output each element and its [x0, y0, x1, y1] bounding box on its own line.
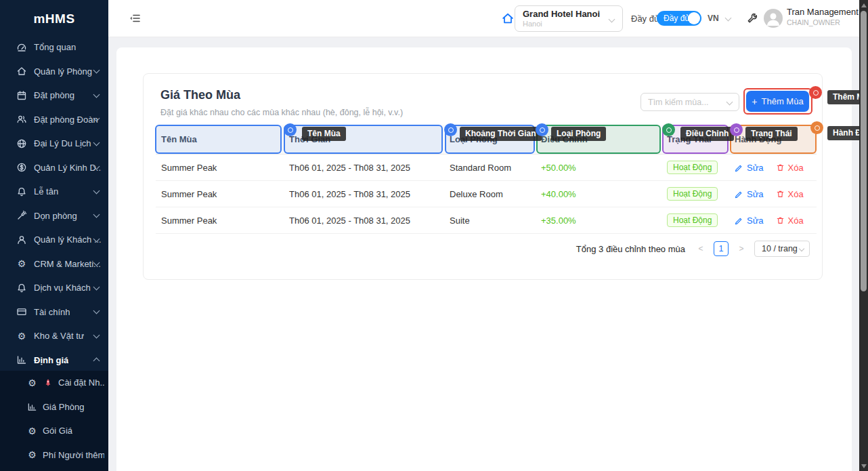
scrollbar-thumb[interactable]: [861, 11, 867, 291]
prev-page-button[interactable]: <: [695, 241, 707, 256]
table-footer: Tổng 3 điều chỉnh theo mùa < 1 > 10 / tr…: [156, 239, 810, 259]
annotation-marker-icon: [809, 86, 822, 99]
mode-label: Đầy đủ: [631, 14, 659, 24]
sidebar-collapse-icon[interactable]: [129, 12, 142, 24]
hotel-selector[interactable]: Grand Hotel Hanoi Hanoi: [515, 5, 623, 32]
sidebar-item-dinh-gia[interactable]: Định giá: [0, 348, 108, 373]
chevron-down-icon: [726, 99, 733, 106]
table-row: Summer Peak Th06 01, 2025 - Th08 31, 202…: [156, 155, 817, 181]
edit-button[interactable]: Sửa: [735, 216, 764, 226]
sidebar-item-don-phong[interactable]: Dọn phòng: [0, 204, 108, 228]
gear-icon: ⚙: [16, 331, 27, 342]
sidebar-item-dat-phong[interactable]: Đặt phòng: [0, 83, 108, 108]
sidebar-item-le-tan[interactable]: Lễ tân: [0, 180, 108, 204]
avatar[interactable]: [764, 9, 783, 28]
sidebar-subitem-gia-phong[interactable]: Giá Phòng: [0, 395, 108, 419]
sidebar-item-quan-ly-phong[interactable]: Quản lý Phòng: [0, 60, 108, 84]
mode-toggle[interactable]: Đầy đủ: [657, 11, 701, 26]
edit-button[interactable]: Sửa: [735, 189, 764, 199]
add-season-button[interactable]: + Thêm Mùa: [746, 91, 809, 112]
topbar: Grand Hotel Hanoi Hanoi Đầy đủ Đầy đủ VN…: [108, 0, 868, 37]
sidebar-item-dat-phong-doan[interactable]: Đặt phòng Đoàn: [0, 108, 108, 132]
card-icon: [16, 306, 27, 317]
chevron-down-icon: [93, 139, 100, 146]
home-icon[interactable]: [501, 12, 515, 25]
user-menu[interactable]: Tran Management CHAIN_OWNER: [787, 7, 859, 26]
column-header-dieu-chinh[interactable]: Điều Chỉnh: [536, 125, 661, 154]
sidebar-item-label: Quản Lý Kinh D...: [34, 163, 102, 173]
sidebar-item-label: Định giá: [34, 355, 68, 365]
chevron-down-icon: [725, 15, 732, 22]
sidebar-item-tong-quan[interactable]: Tổng quan: [0, 35, 108, 60]
search-input[interactable]: [648, 94, 722, 110]
gear-icon: ⚙: [27, 377, 37, 388]
sidebar-subitem-goi-gia[interactable]: ⚙ Gói Giá: [0, 419, 108, 443]
hotel-city: Hanoi: [523, 20, 605, 28]
cell-season: Summer Peak: [156, 155, 284, 180]
page-size-value: 10 / trang: [762, 244, 798, 253]
column-header-loai-phong[interactable]: Loại Phòng: [444, 125, 536, 154]
status-badge: Hoạt Động: [667, 187, 718, 201]
chevron-up-icon: [93, 358, 100, 365]
delete-button[interactable]: Xóa: [776, 163, 804, 173]
gear-icon: ⚙: [16, 258, 27, 269]
scroll-down-arrow-icon[interactable]: [861, 464, 867, 468]
cell-room-type: Suite: [444, 207, 536, 233]
scrollbar[interactable]: [859, 0, 868, 471]
column-header-hanh-dong[interactable]: Hành Động: [729, 125, 817, 154]
chevron-down-icon: [799, 246, 804, 251]
sidebar-item-dich-vu-khach[interactable]: Dịch vụ Khách: [0, 276, 108, 300]
column-header-trang-thai[interactable]: Trạng Thái: [661, 125, 729, 154]
cell-room-type: Deluxe Room: [444, 181, 536, 207]
column-header-thoi-gian[interactable]: Thời Gian: [284, 125, 444, 154]
chevron-down-icon: [93, 91, 100, 98]
page-size-select[interactable]: 10 / trang: [754, 241, 810, 257]
sidebar-item-kho-vat-tu[interactable]: ⚙ Kho & Vật tư: [0, 324, 108, 348]
chevron-down-icon: [93, 331, 100, 338]
sidebar-item-label: Quản lý Khách ...: [34, 234, 102, 245]
dashboard-icon: [16, 42, 27, 53]
chevron-down-icon: [93, 283, 100, 290]
scroll-up-arrow-icon[interactable]: [861, 3, 867, 7]
column-header-ten-mua[interactable]: Tên Mùa: [156, 125, 284, 154]
cell-period: Th06 01, 2025 - Th08 31, 2025: [284, 207, 444, 233]
sidebar-item-quan-ly-khach[interactable]: Quản lý Khách ...: [0, 228, 108, 252]
status-badge: Hoạt Động: [667, 161, 718, 174]
chevron-down-icon: [93, 211, 100, 218]
user-icon: [16, 234, 27, 245]
sidebar-item-crm-marketing[interactable]: ⚙ CRM & Marketi...: [0, 252, 108, 277]
edit-button[interactable]: Sửa: [735, 163, 764, 173]
page-number-button[interactable]: 1: [714, 241, 729, 256]
sidebar-item-label: CRM & Marketi...: [34, 259, 101, 269]
chevron-down-icon: [609, 16, 615, 23]
delete-button[interactable]: Xóa: [776, 189, 804, 199]
sidebar-subitem-cai-dat[interactable]: ⚙ Cài đặt Nh...: [0, 371, 108, 395]
hotel-name: Grand Hotel Hanoi: [523, 9, 605, 19]
rocket-icon: [43, 377, 53, 388]
user-name: Tran Management: [787, 7, 859, 17]
sidebar-item-label: Đặt phòng Đoàn: [34, 115, 98, 125]
wrench-icon[interactable]: [746, 12, 758, 24]
page-subtitle: Đặt giá khác nhau cho các mùa khác nhau …: [160, 108, 403, 117]
sidebar-item-dai-ly-du-lich[interactable]: Đại Lý Du Lịch: [0, 131, 108, 156]
chevron-down-icon: [93, 308, 100, 314]
sidebar-item-label: Dọn phòng: [34, 211, 77, 221]
language-selector[interactable]: VN: [708, 14, 731, 23]
page-title: Giá Theo Mùa: [160, 88, 240, 102]
sidebar-item-tai-chinh[interactable]: Tài chính: [0, 300, 108, 325]
sidebar-item-quan-ly-kinh-doanh[interactable]: Quản Lý Kinh D...: [0, 156, 108, 180]
sidebar-subitem-phi-nguoi-them[interactable]: ⚙ Phí Người thêm: [0, 443, 108, 468]
sidebar-item-label: Tổng quan: [34, 42, 76, 52]
sidebar-subitem-label: Gói Giá: [43, 426, 72, 436]
sidebar-item-label: Kho & Vật tư: [34, 331, 84, 341]
bell-icon: [16, 186, 27, 197]
next-page-button[interactable]: >: [735, 241, 747, 256]
cell-adjustment: +40.00%: [536, 181, 661, 207]
season-search-select[interactable]: [641, 93, 739, 111]
table-row: Summer Peak Th06 01, 2025 - Th08 31, 202…: [156, 181, 817, 207]
sidebar-menu: Tổng quan Quản lý Phòng Đặt phòng Đặt ph…: [0, 35, 108, 372]
chevron-down-icon: [93, 187, 100, 194]
delete-button[interactable]: Xóa: [776, 216, 804, 226]
user-role: CHAIN_OWNER: [787, 18, 859, 26]
cell-adjustment: +50.00%: [536, 155, 661, 180]
